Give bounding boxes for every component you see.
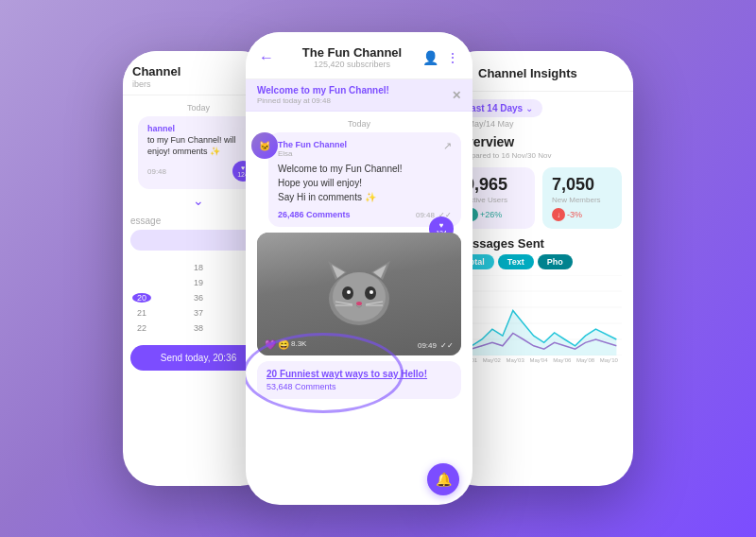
date-range: 01 May/14 May bbox=[455, 119, 622, 129]
overview-title: Overview bbox=[455, 134, 622, 149]
bubble-sender: The Fun Channel bbox=[278, 140, 347, 149]
date-filter-text: Last 14 Days bbox=[465, 103, 523, 113]
back-icon-center[interactable]: ← bbox=[259, 49, 274, 66]
bubble-comments: 26,486 Comments bbox=[278, 210, 351, 219]
svg-point-8 bbox=[347, 290, 351, 294]
cal-row: 18 bbox=[132, 260, 265, 275]
cal-row: 21 37 bbox=[132, 305, 265, 320]
notification-area: 🔔 bbox=[427, 463, 459, 495]
stat-change-active: ↑ +26% bbox=[465, 208, 525, 221]
phones-container: Channel ibers ⋮ Today hannel to my Fun C… bbox=[0, 0, 756, 537]
share-icon[interactable]: ↗ bbox=[443, 140, 452, 158]
cal-row: 22 38 bbox=[132, 320, 265, 336]
chart-container: 25 20 15 10 5 bbox=[455, 275, 622, 355]
image-bubble: ↗ 09:49 ✓✓ 💜 😄 8.3K bbox=[257, 233, 461, 355]
messages-title: Messages Sent bbox=[455, 236, 622, 251]
stat-card-new-members: 7,050 New Members ↓ -3% bbox=[542, 167, 622, 229]
cat-illustration bbox=[317, 251, 402, 337]
img-reactions: 💜 😄 8.3K bbox=[265, 339, 306, 350]
link-comments: 53,648 Comments bbox=[266, 382, 452, 391]
bell-icon: 🔔 bbox=[436, 472, 452, 487]
stat-number-members: 7,050 bbox=[552, 175, 612, 195]
left-msg-text: to my Fun Channel! will enjoy! omments ✨ bbox=[147, 135, 253, 157]
close-icon[interactable]: ✕ bbox=[452, 89, 461, 102]
right-title: Channel Insights bbox=[478, 66, 577, 80]
left-msg-footer: 09:48 ♥ 124 bbox=[147, 161, 253, 182]
pinned-sub: Pinned today at 09:48 bbox=[257, 96, 389, 105]
tab-photo[interactable]: Pho bbox=[538, 254, 573, 269]
bubble-text: Welcome to my Fun Channel! Hope you will… bbox=[278, 162, 452, 204]
stats-row: 9,965 Active Users ↑ +26% 7,050 New Memb… bbox=[455, 167, 622, 229]
notification-button[interactable]: 🔔 bbox=[427, 463, 459, 495]
link-bubble-wrapper: 20 Funniest wayt ways to say Hello! 53,6… bbox=[257, 361, 461, 399]
center-icons: 👤 ⋮ bbox=[422, 50, 459, 65]
img-footer: 09:49 ✓✓ bbox=[418, 341, 454, 350]
more-icon[interactable]: ⋮ bbox=[446, 50, 459, 65]
tab-text[interactable]: Text bbox=[498, 254, 534, 269]
svg-point-10 bbox=[356, 302, 362, 305]
stat-label-active: Active Users bbox=[465, 196, 525, 204]
left-subscribers: ibers bbox=[132, 79, 265, 89]
stat-number-active: 9,965 bbox=[465, 175, 525, 195]
pinned-banner: Welcome to my Fun Channel! Pinned today … bbox=[246, 79, 472, 112]
left-msg-time: 09:48 bbox=[147, 167, 166, 176]
chart-svg bbox=[472, 275, 622, 355]
svg-point-9 bbox=[369, 290, 373, 294]
center-today-label: Today bbox=[246, 119, 472, 129]
left-msg-channel: hannel bbox=[147, 124, 253, 133]
center-channel-name: The Fun Channel bbox=[282, 45, 422, 60]
left-channel-title: Channel bbox=[132, 64, 265, 78]
message-bubble-wrapper: 🐱 The Fun Channel Elsa ↗ Welcome to my F… bbox=[268, 132, 461, 227]
stat-change-members: ↓ -3% bbox=[552, 208, 612, 221]
x-axis: May'01 May'02 May'03 May'04 May'06 May'0… bbox=[455, 357, 622, 363]
chevron-down-icon: ⌄ bbox=[525, 103, 533, 113]
svg-point-1 bbox=[333, 272, 386, 321]
img-reaction-count: 8.3K bbox=[291, 339, 306, 350]
bubble-time: 09:48 bbox=[416, 211, 435, 219]
img-time: 09:49 bbox=[418, 341, 437, 350]
pinned-text: Welcome to my Fun Channel! bbox=[257, 85, 389, 95]
change-badge-negative: ↓ bbox=[552, 208, 565, 221]
avatar: 🐱 bbox=[251, 132, 278, 159]
bubble-sub-sender: Elsa bbox=[278, 149, 347, 158]
cal-row: 19 35 bbox=[132, 275, 265, 290]
profile-icon[interactable]: 👤 bbox=[422, 50, 438, 65]
left-message-bubble: hannel to my Fun Channel! will enjoy! om… bbox=[138, 116, 263, 189]
center-subscribers: 125,420 subscribers bbox=[282, 60, 422, 69]
filter-tabs: Total Text Pho bbox=[455, 254, 622, 269]
link-text[interactable]: 20 Funniest wayt ways to say Hello! bbox=[266, 369, 452, 379]
compared-text: Compared to 16 Nov/30 Nov bbox=[455, 151, 622, 160]
center-header: ← The Fun Channel 125,420 subscribers 👤 … bbox=[246, 32, 472, 79]
right-header: ← Channel Insights bbox=[444, 51, 633, 92]
link-bubble: 20 Funniest wayt ways to say Hello! 53,6… bbox=[257, 361, 461, 399]
center-title-block: The Fun Channel 125,420 subscribers bbox=[282, 45, 422, 69]
cal-row: 20 36 bbox=[132, 290, 265, 305]
chart-area: 25 20 15 10 5 bbox=[455, 275, 622, 370]
cat-image bbox=[257, 233, 461, 355]
stat-label-members: New Members bbox=[552, 196, 612, 204]
phone-center: ← The Fun Channel 125,420 subscribers 👤 … bbox=[246, 32, 472, 505]
phone-right: ← Channel Insights Last 14 Days ⌄ 01 May… bbox=[444, 51, 633, 486]
main-message-card: The Fun Channel Elsa ↗ Welcome to my Fun… bbox=[268, 132, 461, 227]
